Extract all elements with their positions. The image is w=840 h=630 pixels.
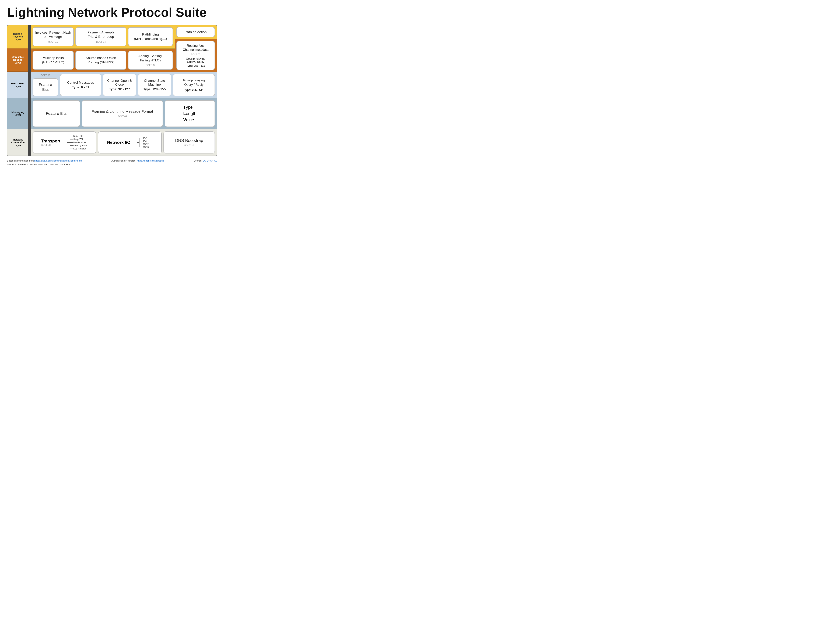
- dns-bootstrap-card: DNS Bootstrap BOLT 10: [163, 131, 215, 153]
- transport-info: Transport BOLT 08: [41, 139, 60, 146]
- onion-routing-card: Source based Onion Routing (SPHINX): [76, 51, 126, 69]
- reliable-layer-label: Reliable Payment Layer: [7, 25, 28, 49]
- transport-card: Transport BOLT 08 Noise_XK Secp25: [33, 131, 96, 153]
- feature-bits-msg-card: Feature Bits: [33, 100, 80, 127]
- network-row: Network Connection Layer Transport BOLT …: [7, 129, 217, 156]
- invoices-card: Invoices: Payment Hash & Preimage BOLT 1…: [33, 27, 74, 46]
- footer: Based on information from https://github…: [7, 159, 217, 166]
- network-layer-label: Network Connection Layer: [7, 129, 28, 156]
- unreliable-row: Multihop locks (HTLC / PTLC) Source base…: [31, 49, 175, 72]
- gossip-relay-card: Gossip relaying Query / Reply Type: 256 …: [173, 74, 215, 96]
- footer-right: Licence: CC-BY-SA 4.0: [194, 159, 217, 162]
- control-messages-card: Control Messages Type: 0 - 31: [60, 74, 101, 96]
- tlv-card: Type Length Value: [165, 100, 215, 127]
- onion-routing-container: Source based Onion Routing (SPHINX): [76, 51, 126, 69]
- p2p-layer-label: Peer 2 Peer Layer: [7, 72, 28, 98]
- reliable-unreliable-section: Reliable Payment Layer Unreliable Routin…: [7, 25, 217, 72]
- footer-thanks: Thanks to Andreas M. Antonopoulos and Ol…: [7, 163, 217, 166]
- channel-state-card: Channel State Machine Type: 128 - 255: [138, 74, 171, 96]
- messaging-row: Messaging Layer Feature Bits Framing & L…: [7, 98, 217, 129]
- svg-text:Handshakes: Handshakes: [73, 141, 86, 144]
- svg-text:IPv6: IPv6: [143, 140, 147, 142]
- vertical-line-ru: [28, 25, 31, 72]
- reliable-row: Invoices: Payment Hash & Preimage BOLT 1…: [31, 25, 175, 49]
- routing-fees-container: Routing fees Channel metadata BOLT 07 Go…: [175, 39, 217, 72]
- footer-right-link[interactable]: CC-BY-SA 4.0: [203, 159, 217, 162]
- routing-fees-card: Routing fees Channel metadata BOLT 07 Go…: [177, 41, 215, 70]
- path-selection-container: Path selection: [175, 25, 217, 39]
- p2p-content: BOLT 09 Feature Bits Control Messages Ty…: [31, 72, 217, 98]
- vertical-line-p2p: [28, 72, 31, 98]
- payment-attempts-card: Payment Attempts Trial & Error Loop BOLT…: [76, 27, 126, 46]
- svg-text:Secp256k1: Secp256k1: [73, 138, 85, 141]
- footer-center-link[interactable]: https://ln.rene-pickhardt.de: [137, 159, 164, 162]
- svg-text:Key Rotation: Key Rotation: [73, 147, 86, 150]
- svg-text:Noise_XK: Noise_XK: [73, 135, 84, 137]
- page-title: Lightning Network Protocol Suite: [7, 5, 217, 20]
- path-selection-card: Path selection: [177, 27, 215, 37]
- footer-left: Based on information from https://github…: [7, 159, 82, 162]
- svg-text:IPv4: IPv4: [143, 136, 147, 139]
- messaging-layer-label: Messaging Layer: [7, 98, 28, 129]
- network-content: Transport BOLT 08 Noise_XK Secp25: [31, 129, 217, 156]
- footer-row-1: Based on information from https://github…: [7, 159, 217, 162]
- footer-left-link[interactable]: https://github.com/lightningnetwork/ligh…: [34, 159, 82, 162]
- feature-bits-card: Feature Bits: [33, 78, 58, 96]
- feature-bits-section: BOLT 09 Feature Bits: [33, 74, 58, 96]
- adding-settling-card: Adding, Settling, Failing HTLCs BOLT 02: [128, 51, 173, 69]
- network-io-card: Network I/O IPv4 IPv6 TOR2 TOR3: [98, 131, 162, 153]
- svg-text:DH Key Exchange: DH Key Exchange: [73, 144, 88, 147]
- unreliable-layer-label: Unreliable Routing Layer: [7, 49, 28, 72]
- p2p-main: BOLT 09 Feature Bits Control Messages Ty…: [31, 72, 217, 98]
- framing-card: Framing & Lightning Message Format BOLT …: [82, 100, 163, 127]
- svg-text:TOR2: TOR2: [143, 143, 148, 145]
- footer-center: Author: Rene Pickhardt - https://ln.rene…: [112, 159, 164, 162]
- messaging-content: Feature Bits Framing & Lightning Message…: [31, 98, 217, 129]
- network-io-tree-svg: IPv4 IPv6 TOR2 TOR3: [133, 136, 152, 148]
- layer-labels-ru: Reliable Payment Layer Unreliable Routin…: [7, 25, 28, 72]
- vertical-line-msg: [28, 98, 31, 129]
- channel-open-card: Channel Open & Close Type: 32 - 127: [103, 74, 136, 96]
- svg-text:TOR3: TOR3: [143, 146, 148, 148]
- multihop-card: Multihop locks (HTLC / PTLC): [33, 51, 74, 69]
- pathfinding-card: Pathfinding (MPP, Rebalancing,...): [128, 27, 173, 46]
- ru-content: Invoices: Payment Hash & Preimage BOLT 1…: [31, 25, 175, 72]
- vertical-line-net: [28, 129, 31, 156]
- diagram-container: Reliable Payment Layer Unreliable Routin…: [7, 25, 217, 156]
- right-span-column: Path selection Routing fees Channel meta…: [175, 25, 217, 72]
- p2p-row: Peer 2 Peer Layer BOLT 09 Feature Bits C…: [7, 72, 217, 98]
- transport-tree-svg: Noise_XK Secp256k1 Handshakes DH Key Exc…: [63, 134, 88, 150]
- bolt04-top-container: Payment Attempts Trial & Error Loop BOLT…: [76, 27, 126, 46]
